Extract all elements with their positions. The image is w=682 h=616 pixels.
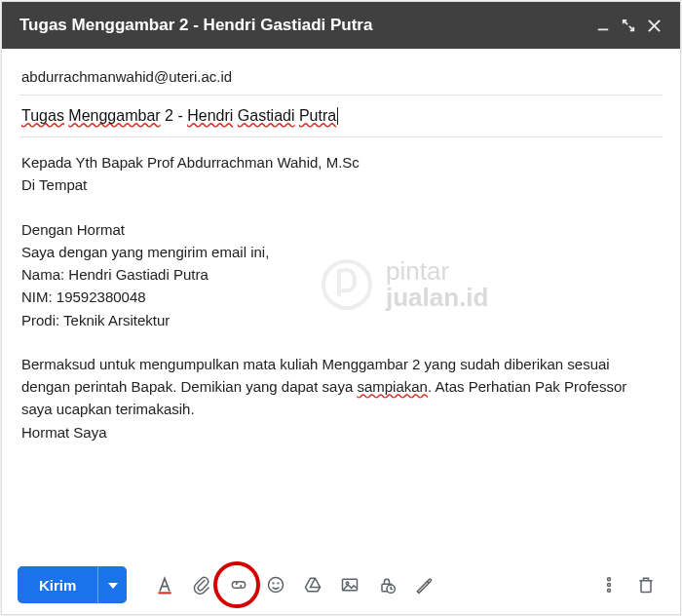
subject-word: Menggambar (68, 107, 160, 124)
recipients-field[interactable]: abdurrachmanwahid@uteri.ac.id (19, 58, 663, 96)
title-bar: Tugas Menggambar 2 - Hendri Gastiadi Put… (2, 2, 680, 49)
formatting-icon[interactable] (146, 566, 183, 603)
body-line: Kepada Yth Bapak Prof Abdurrachman Wahid… (21, 151, 661, 173)
body-line: NIM: 19592380048 (21, 286, 661, 308)
send-button[interactable]: Kirim (18, 566, 97, 603)
window-title: Tugas Menggambar 2 - Hendri Gastiadi Put… (19, 16, 590, 35)
svg-point-10 (278, 583, 279, 584)
body-line: Nama: Hendri Gastiadi Putra (21, 263, 661, 286)
svg-point-9 (273, 583, 274, 584)
compose-window: Tugas Menggambar 2 - Hendri Gastiadi Put… (2, 2, 680, 614)
compose-toolbar: Kirim (2, 556, 680, 614)
insert-drive-icon[interactable] (294, 566, 331, 603)
subject-field[interactable]: Tugas Menggambar 2 - Hendri Gastiadi Put… (19, 96, 663, 137)
svg-point-16 (608, 584, 611, 587)
svg-marker-6 (108, 583, 118, 589)
insert-signature-icon[interactable] (405, 566, 442, 603)
minimize-button[interactable] (590, 19, 616, 32)
confidential-mode-icon[interactable] (368, 566, 405, 603)
subject-word: Putra (299, 107, 336, 124)
compose-body: abdurrachmanwahid@uteri.ac.id Tugas Meng… (2, 49, 680, 447)
subject-word: Tugas (21, 107, 64, 124)
body-line: Hormat Saya (21, 421, 661, 443)
subject-word: 2 - (165, 107, 187, 124)
body-line: Dengan Hormat (21, 218, 661, 241)
body-paragraph: Bermaksud untuk mengumpulkan mata kuliah… (21, 353, 661, 421)
discard-draft-icon[interactable] (627, 566, 664, 603)
svg-point-8 (269, 578, 284, 593)
insert-emoji-icon[interactable] (257, 566, 294, 603)
message-body[interactable]: Kepada Yth Bapak Prof Abdurrachman Wahid… (19, 137, 663, 447)
attach-file-icon[interactable] (183, 566, 220, 603)
insert-link-icon[interactable] (220, 566, 257, 603)
subject-word: Hendri (187, 107, 233, 124)
insert-photo-icon[interactable] (331, 566, 368, 603)
fullscreen-button[interactable] (616, 19, 641, 32)
subject-word: Gastiadi (238, 107, 295, 124)
body-line: Prodi: Teknik Arsitektur (21, 309, 661, 331)
close-button[interactable] (641, 19, 666, 33)
more-options-icon[interactable] (590, 566, 627, 603)
body-line: Di Tempat (21, 173, 661, 196)
send-button-group: Kirim (18, 566, 127, 603)
send-options-button[interactable] (97, 566, 127, 603)
body-line: Saya dengan yang mengirim email ini, (21, 241, 661, 263)
recipient-chip[interactable]: abdurrachmanwahid@uteri.ac.id (21, 68, 232, 85)
svg-point-17 (608, 589, 611, 592)
svg-point-15 (608, 578, 611, 581)
